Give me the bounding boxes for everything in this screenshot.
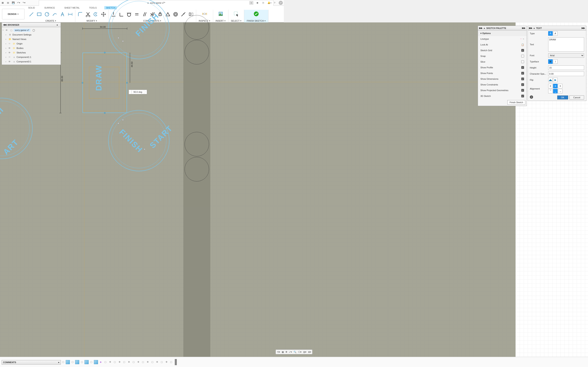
redo-icon[interactable]: ↷▾ <box>22 1 26 4</box>
svg-point-6 <box>86 16 87 17</box>
dim-right[interactable]: 44.50 <box>131 62 133 67</box>
drag-handle-icon[interactable]: ⋮⋮ <box>129 90 132 94</box>
dimension-tool-icon[interactable] <box>67 11 73 17</box>
trim-tool-icon[interactable] <box>85 11 91 17</box>
svg-rect-31 <box>204 13 205 15</box>
svg-line-24 <box>182 12 185 16</box>
tree-item[interactable]: ▹👁📁Origin <box>2 42 61 46</box>
tree-item[interactable]: ▹⚙Document Settings <box>2 33 61 37</box>
svg-line-2 <box>47 13 48 14</box>
circle-tool-icon[interactable] <box>44 11 50 17</box>
angle-field[interactable] <box>132 91 144 93</box>
create-group-label[interactable]: CREATE▼ <box>45 20 56 22</box>
offset-tool-icon[interactable] <box>93 11 99 17</box>
svg-point-7 <box>89 16 90 17</box>
svg-point-25 <box>183 13 184 14</box>
tab-tools[interactable]: TOOLS <box>87 6 98 9</box>
new-file-icon[interactable]: ▤ <box>6 1 9 4</box>
browser-title: BROWSER <box>8 24 19 26</box>
tree-item[interactable]: ▹👁◈Component1:1 <box>2 55 61 59</box>
extensions-icon[interactable]: ◉ <box>256 1 259 4</box>
tab-sketch[interactable]: SKETCH <box>104 6 117 9</box>
select-group[interactable]: SELECT▼ <box>228 10 244 22</box>
modify-group-label[interactable]: MODIFY▼ <box>86 20 97 22</box>
rect-tool-icon[interactable] <box>36 11 43 17</box>
app-menu-icon[interactable]: ▦ <box>1 1 4 4</box>
workspace-switcher[interactable]: DESIGN▼ <box>2 9 25 19</box>
save-icon[interactable]: 💾 <box>12 1 15 4</box>
line-tool-icon[interactable] <box>28 11 35 17</box>
tree-root[interactable]: ▿👁▢sorry game v7◯ <box>2 28 61 33</box>
ribbon-tabs: SOLID SURFACE SHEET METAL TOOLS SKETCH <box>26 6 117 10</box>
angle-menu-icon[interactable]: ⋮ <box>144 90 147 94</box>
dim-left[interactable]: 89.00 <box>61 76 63 82</box>
insert-group[interactable]: INSERT▼ <box>213 10 228 22</box>
browser-panel: ◀◀BROWSER● ▿👁▢sorry game v7◯ ▹⚙Document … <box>2 22 61 65</box>
tree-item[interactable]: ▹👁📁Bodies <box>2 46 61 50</box>
tab-sheetmetal[interactable]: SHEET METAL <box>63 6 81 9</box>
tab-solid[interactable]: SOLID <box>26 6 36 9</box>
finish-sketch-button[interactable]: FINISH SKETCH▼ <box>244 10 268 22</box>
svg-rect-0 <box>37 13 41 16</box>
tree-item[interactable]: ▹👁📁Sketches <box>2 50 61 55</box>
jobs-icon[interactable]: ◷ <box>261 1 265 4</box>
pin-icon[interactable]: ● <box>57 24 60 26</box>
notifications-icon[interactable]: 🔔 <box>267 1 270 4</box>
collinear-constraint-icon[interactable] <box>180 11 187 17</box>
fillet-tool-icon[interactable] <box>77 11 84 17</box>
svg-point-22 <box>174 12 178 16</box>
help-icon[interactable]: ? <box>273 1 276 4</box>
new-tab-icon[interactable]: + <box>249 1 253 5</box>
svg-rect-27 <box>191 13 193 16</box>
collapse-icon[interactable]: ◀◀ <box>3 24 6 26</box>
angle-input[interactable]: ⋮⋮ ⋮ <box>129 90 147 94</box>
undo-icon[interactable]: ↶▾ <box>17 1 20 4</box>
browser-tree: ▿👁▢sorry game v7◯ ▹⚙Document Settings ▹📁… <box>2 27 61 65</box>
text-tool-icon[interactable] <box>59 11 66 17</box>
canvas-text-draw: DRAW <box>95 65 103 91</box>
tab-surface[interactable]: SURFACE <box>43 6 57 9</box>
arc-tool-icon[interactable] <box>52 11 58 17</box>
user-avatar[interactable]: JP <box>279 1 283 5</box>
tree-item[interactable]: ▹📁Named Views <box>2 37 61 42</box>
svg-rect-26 <box>189 13 191 16</box>
move-tool-icon[interactable] <box>100 11 107 17</box>
svg-point-23 <box>174 13 176 15</box>
tree-item[interactable]: ▹👁◈Component3:1 <box>2 59 61 64</box>
concentric-constraint-icon[interactable] <box>172 11 179 17</box>
dim-top[interactable]: 64.00 <box>100 26 106 28</box>
